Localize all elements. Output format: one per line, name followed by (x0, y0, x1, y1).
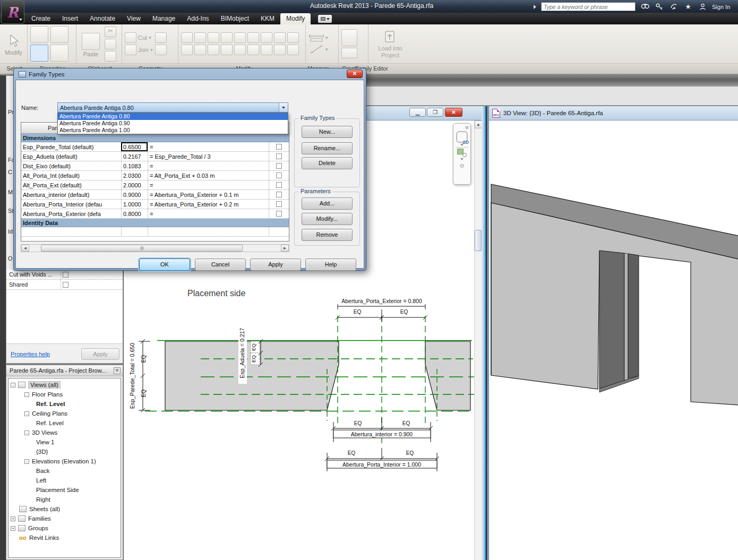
lock-checkbox[interactable] (276, 211, 282, 217)
dialog-close-button[interactable]: ✕ (347, 70, 363, 78)
lock-checkbox[interactable] (276, 201, 282, 207)
parameter-lock-cell[interactable] (269, 161, 289, 170)
tree-item-view-1[interactable]: View 1 (8, 437, 121, 447)
expand-icon[interactable]: + (11, 516, 15, 521)
eq-label[interactable]: EQ (251, 355, 256, 363)
dropdown-option[interactable]: Abertura Parede Antiga 1.00 (58, 127, 288, 134)
dim-exterior-label[interactable]: Abertura_Porta_Exterior = 0.800 (341, 298, 422, 304)
view3d-canvas[interactable] (489, 120, 738, 560)
dim-aduela-label[interactable]: Esp_Aduela = 0.217 (239, 328, 245, 378)
property-value-cell[interactable] (61, 280, 123, 289)
rename-type-button[interactable]: Rename... (302, 142, 353, 154)
scrollbar-thumb[interactable] (41, 245, 243, 252)
parameter-formula-cell[interactable]: = (148, 161, 269, 170)
tab-manage[interactable]: Manage (147, 13, 181, 24)
parameter-value-cell[interactable]: 0.8000 (121, 209, 148, 218)
eq-label[interactable]: EQ (348, 450, 356, 456)
modify-tool-icon[interactable] (221, 32, 233, 43)
collapse-icon[interactable]: - (24, 459, 29, 464)
family-parameters-icon[interactable] (50, 45, 68, 62)
tree-item-back[interactable]: Back (8, 466, 121, 476)
favorites-star-icon[interactable]: ★ (683, 3, 693, 11)
lock-checkbox[interactable] (276, 173, 282, 178)
new-type-button[interactable]: New... (302, 126, 353, 138)
eq-label[interactable]: EQ (141, 390, 147, 398)
parameter-value-cell[interactable]: 2.0000 (121, 180, 148, 189)
parameter-formula-cell[interactable]: = Abertura_Porta_Exterior + 0.1 m (148, 190, 269, 199)
communication-center-icon[interactable] (669, 3, 679, 11)
tree-item-revit-links[interactable]: ooRevit Links (8, 533, 121, 542)
collapse-icon[interactable]: - (11, 383, 15, 387)
join-geometry-button[interactable]: Join ▾ (125, 45, 153, 55)
modify-tool-icon[interactable] (181, 32, 193, 43)
scroll-right-arrow-icon[interactable]: ► (281, 245, 289, 252)
parameter-value-cell[interactable]: 1.0000 (121, 200, 148, 209)
apply-button[interactable]: Apply (250, 259, 301, 271)
eq-label[interactable]: EQ (141, 355, 147, 363)
property-checkbox[interactable] (63, 272, 68, 278)
cut-geometry-button[interactable]: Cut ▾ (125, 32, 153, 43)
parameter-lock-cell[interactable] (269, 200, 289, 209)
property-checkbox[interactable] (63, 282, 68, 288)
tree-item-floor-plans[interactable]: -Floor Plans (8, 390, 121, 399)
modify-tool-icon[interactable] (208, 32, 219, 43)
parameter-formula-cell[interactable]: = Esp_Parede_Total / 3 (148, 152, 269, 161)
paste-button[interactable]: Paste (79, 31, 102, 57)
project-browser-close-icon[interactable]: ✕ (114, 367, 121, 374)
load-into-project-button[interactable]: Load into Project (371, 29, 409, 58)
tab-modify[interactable]: Modify (280, 13, 311, 24)
parameter-name-cell[interactable]: Alt_Porta_Int (default) (21, 173, 121, 179)
delete-type-button[interactable]: Delete (302, 157, 353, 169)
tree-item-left[interactable]: Left (8, 476, 121, 485)
eq-label[interactable]: EQ (406, 450, 414, 456)
parameter-lock-cell[interactable] (269, 190, 289, 199)
parameter-formula-cell[interactable]: = Abertura_Porta_Exterior + 0.2 m (148, 200, 269, 209)
modify-tool-icon[interactable] (261, 32, 272, 43)
search-icon[interactable] (640, 3, 650, 11)
table-horizontal-scrollbar[interactable]: ◄ ► (21, 244, 289, 252)
dim-interior-label[interactable]: Abertura_interior = 0.900 (351, 431, 413, 437)
scrollbar-thumb[interactable] (475, 230, 482, 251)
subscription-key-icon[interactable] (655, 3, 664, 11)
parameter-name-cell[interactable]: Abertura_Porta_Exterior (defa (21, 211, 121, 217)
scroll-up-arrow-icon[interactable]: ▲ (475, 120, 482, 128)
lock-checkbox[interactable] (276, 192, 282, 197)
dropdown-option[interactable]: Abertura Parede Antiga 0.80 (58, 113, 288, 120)
eq-label[interactable]: EQ (354, 309, 362, 315)
tree-item-views-all-[interactable]: -Views (all) (8, 380, 121, 390)
modify-tool-icon[interactable] (247, 45, 259, 55)
modify-tool-icon[interactable] (261, 45, 272, 55)
modify-tool-icon[interactable] (287, 32, 299, 43)
lock-checkbox[interactable] (276, 153, 282, 159)
tab-add-ins[interactable]: Add-Ins (181, 13, 214, 24)
properties-help-link[interactable]: Properties help (11, 351, 50, 357)
ribbon-state-toggle-button[interactable] (318, 15, 332, 23)
tab-create[interactable]: Create (25, 13, 56, 24)
modify-parameter-button[interactable]: Modify... (302, 213, 353, 225)
cancel-button[interactable]: Cancel (195, 259, 246, 271)
parameter-name-cell[interactable]: Alt_Porta_Ext (default) (21, 182, 121, 188)
tab-kkm[interactable]: KKM (255, 13, 280, 24)
paint-icon[interactable] (155, 32, 167, 43)
close-window-button[interactable]: ✕ (445, 108, 462, 117)
lock-checkbox[interactable] (276, 144, 282, 150)
parameter-formula-cell[interactable]: = (148, 180, 269, 189)
parameter-lock-cell[interactable] (269, 171, 289, 180)
modify-tool-button[interactable]: Modify (3, 32, 24, 56)
parameter-value-cell[interactable]: 0.2167 (121, 152, 148, 161)
modify-tool-icon[interactable] (221, 45, 233, 55)
tab-view[interactable]: View (121, 13, 147, 24)
collapse-icon[interactable]: - (24, 392, 29, 397)
dropdown-option[interactable]: Abertura Parede Antiga 0.90 (58, 120, 288, 127)
search-collapse-arrow[interactable] (534, 5, 536, 9)
help-search-input[interactable] (541, 2, 636, 11)
collapse-icon[interactable]: - (24, 411, 29, 416)
restore-window-button[interactable]: ❐ (427, 108, 443, 117)
parameter-name-cell[interactable]: Esp_Aduela (default) (21, 153, 121, 160)
tree-item--3d-[interactable]: {3D} (8, 447, 121, 456)
parameter-value-cell[interactable]: 0.6500 (121, 142, 148, 151)
parameter-lock-cell[interactable] (269, 152, 289, 161)
parameter-formula-cell[interactable]: = (148, 209, 269, 218)
zoom-tool-icon[interactable] (457, 149, 467, 157)
family-types-icon[interactable] (30, 26, 48, 43)
